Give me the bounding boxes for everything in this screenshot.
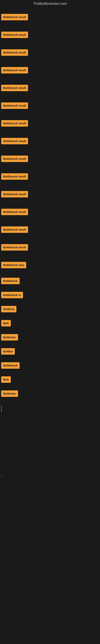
empty-row-4 [0, 482, 100, 500]
row-6: Bottleneck result [0, 97, 100, 114]
empty-row-2 [0, 434, 100, 452]
bottleneck-badge-16[interactable]: Bottleneck [1, 278, 20, 284]
bottleneck-badge-10[interactable]: Bottleneck result [1, 173, 28, 180]
row-3: Bottleneck result [0, 44, 100, 62]
row-17: Bottleneck re [0, 288, 100, 302]
row-14: Bottleneck result [0, 238, 100, 256]
site-title: TheBottlenecker.com [0, 0, 100, 8]
bottleneck-badge-12[interactable]: Bottleneck result [1, 209, 28, 215]
bottleneck-badge-17[interactable]: Bottleneck re [1, 292, 23, 298]
bottleneck-badge-4[interactable]: Bottleneck result [1, 67, 28, 74]
empty-row-9 [0, 570, 100, 588]
cursor-row [0, 401, 100, 417]
row-12: Bottleneck result [0, 203, 100, 221]
row-11: Bottleneck result [0, 185, 100, 203]
empty-row-6 [0, 518, 100, 535]
bottleneck-badge-19[interactable]: Bott [1, 320, 11, 326]
empty-row-3 [0, 452, 100, 470]
empty-row-10 [0, 588, 100, 606]
row-5: Bottleneck result [0, 79, 100, 97]
cursor-icon [1, 406, 1, 412]
bottleneck-badge-1[interactable]: Bottleneck result [1, 14, 28, 20]
bottleneck-badge-7[interactable]: Bottleneck result [1, 120, 28, 126]
row-4: Bottleneck result [0, 62, 100, 79]
bottleneck-badge-5[interactable]: Bottleneck result [1, 85, 28, 91]
empty-row-7 [0, 535, 100, 553]
bottleneck-badge-20[interactable]: Bottlenec [1, 334, 18, 340]
row-24: Bottlenec [0, 386, 100, 401]
row-2: Bottleneck result [0, 26, 100, 44]
row-23: Bott [0, 372, 100, 386]
bottleneck-badge-2[interactable]: Bottleneck result [1, 32, 28, 38]
bottleneck-badge-6[interactable]: Bottleneck result [1, 102, 28, 109]
bottleneck-badge-21[interactable]: Bottlen [1, 348, 15, 354]
bottleneck-badge-11[interactable]: Bottleneck result [1, 191, 28, 198]
bottleneck-badge-22[interactable]: Bottleneck [1, 362, 20, 369]
row-10: Bottleneck result [0, 168, 100, 185]
row-7: Bottleneck result [0, 114, 100, 132]
bottleneck-badge-23[interactable]: Bott [1, 376, 11, 383]
bottleneck-badge-14[interactable]: Bottleneck result [1, 244, 28, 250]
row-15: Bottleneck resu [0, 256, 100, 274]
row-22: Bottleneck [0, 358, 100, 372]
page-wrapper: TheBottlenecker.com Bottleneck result Bo… [0, 0, 100, 607]
bottleneck-badge-8[interactable]: Bottleneck result [1, 138, 28, 144]
empty-row-1 [0, 417, 100, 434]
row-16: Bottleneck [0, 274, 100, 288]
row-21: Bottlen [0, 344, 100, 358]
row-1: Bottleneck result [0, 8, 100, 26]
row-9: Bottleneck result [0, 150, 100, 168]
bottleneck-badge-3[interactable]: Bottleneck result [1, 49, 28, 56]
bottleneck-badge-24[interactable]: Bottlenec [1, 390, 18, 397]
row-19: Bott [0, 316, 100, 330]
small-marker-text: ≡ [0, 474, 3, 478]
bottleneck-badge-18[interactable]: Bottlene [1, 306, 16, 312]
row-20: Bottlenec [0, 330, 100, 344]
row-13: Bottleneck result [0, 221, 100, 238]
bottleneck-badge-9[interactable]: Bottleneck result [1, 156, 28, 162]
empty-row-5 [0, 500, 100, 518]
bottleneck-badge-13[interactable]: Bottleneck result [1, 226, 28, 233]
small-marker-row: ≡ [0, 470, 100, 482]
bottleneck-badge-15[interactable]: Bottleneck resu [1, 262, 26, 268]
bottleneck-items-container: Bottleneck result Bottleneck result Bott… [0, 8, 100, 607]
empty-row-8 [0, 553, 100, 570]
row-18: Bottlene [0, 302, 100, 316]
row-8: Bottleneck result [0, 132, 100, 150]
